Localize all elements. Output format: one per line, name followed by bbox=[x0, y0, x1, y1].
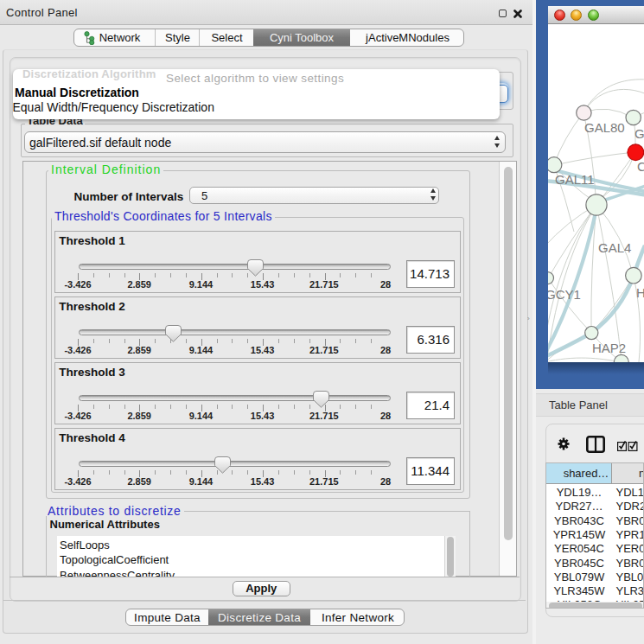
svg-text:HAP2: HAP2 bbox=[592, 341, 626, 355]
svg-text:H: H bbox=[636, 285, 644, 300]
svg-text:GAL11: GAL11 bbox=[555, 172, 595, 187]
svg-text:GCY1: GCY1 bbox=[548, 287, 581, 302]
svg-text:GA: GA bbox=[634, 126, 644, 141]
svg-text:CD: CD bbox=[637, 159, 644, 174]
svg-text:GAL80: GAL80 bbox=[584, 120, 625, 135]
svg-text:GAL4: GAL4 bbox=[598, 240, 631, 255]
